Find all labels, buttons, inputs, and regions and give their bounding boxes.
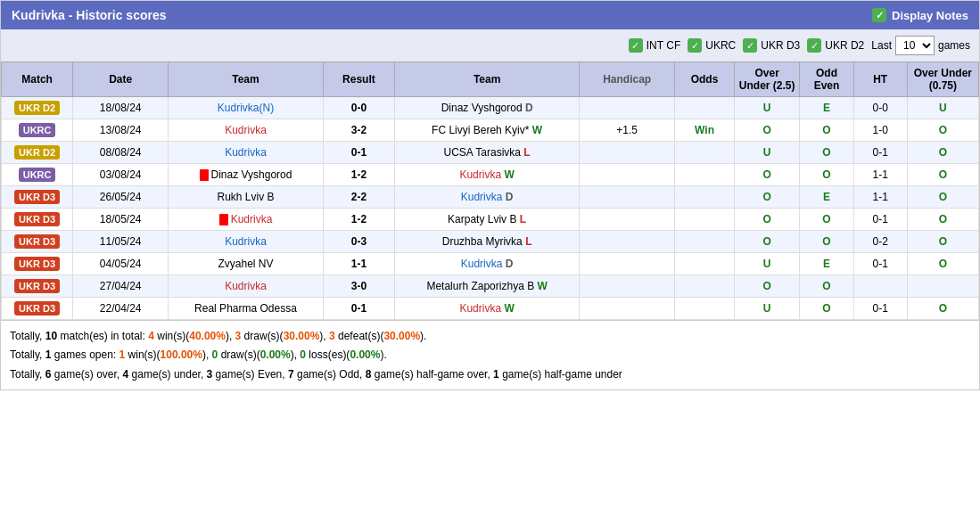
date-cell: 22/04/24: [73, 298, 169, 320]
ou075-cell: U: [907, 97, 978, 119]
ou25-cell: U: [734, 142, 800, 164]
table-row: UKR D322/04/24Real Pharma Odessa0-1Kudri…: [2, 298, 979, 320]
filter-ukrd3[interactable]: ✓ UKR D3: [743, 38, 800, 53]
odds-cell: [675, 298, 735, 320]
summary-line3: Totally, 6 game(s) over, 4 game(s) under…: [10, 365, 970, 383]
intcf-checkbox[interactable]: ✓: [629, 38, 643, 53]
date-cell: 04/05/24: [73, 253, 169, 275]
header-odds: Odds: [675, 62, 735, 97]
date-cell: 27/04/24: [73, 275, 169, 298]
ht-cell: 1-1: [853, 186, 907, 209]
date-cell: 26/05/24: [73, 186, 169, 209]
league-badge: UKR D3: [14, 212, 60, 226]
ht-cell: [853, 275, 907, 298]
table-row: UKR D326/05/24Rukh Lviv B2-2Kudrivka DOE…: [2, 186, 979, 209]
team1-cell: Rukh Lviv B: [169, 186, 324, 209]
handicap-cell: [580, 231, 675, 253]
games-select[interactable]: 10 5 15 20: [895, 36, 935, 55]
filter-ukrc[interactable]: ✓ UKRC: [688, 38, 736, 53]
league-cell: UKR D3: [2, 186, 73, 209]
header-oe: Odd Even: [800, 62, 853, 97]
odds-cell: Win: [675, 119, 735, 142]
league-badge: UKRC: [19, 123, 56, 137]
hg-over: 8: [366, 368, 372, 381]
defeats-pct: 30.00%: [383, 330, 420, 342]
table-row: UKRC03/08/24Dinaz Vyshgorod1-2Kudrivka W…: [2, 164, 979, 186]
team2-cell: Kudrivka W: [395, 298, 580, 320]
odds-cell: [675, 231, 735, 253]
open-wins: 1: [119, 348, 126, 361]
header-ou075: Over Under (0.75): [907, 62, 978, 97]
wins-pct: 40.00%: [189, 330, 226, 342]
ht-cell: 0-0: [853, 97, 907, 119]
result-cell: 3-2: [323, 119, 394, 142]
odds-cell: [675, 253, 735, 275]
result-cell: 1-1: [323, 253, 394, 275]
open-draws: 0: [212, 348, 218, 361]
date-cell: 03/08/24: [73, 164, 169, 186]
oe-cell: O: [800, 209, 853, 231]
title-bar: Kudrivka - Historic scores ✓ Display Not…: [1, 1, 979, 29]
team1-cell: Kudrivka: [169, 231, 324, 253]
handicap-cell: [580, 164, 675, 186]
filter-intcf[interactable]: ✓ INT CF: [629, 38, 680, 53]
game-even: 3: [207, 368, 213, 381]
ht-cell: 0-1: [853, 298, 907, 320]
league-cell: UKR D3: [2, 253, 73, 275]
team2-cell: Kudrivka D: [395, 253, 580, 275]
ou075-cell: O: [907, 164, 978, 186]
last-games-control: Last 10 5 15 20 games: [871, 36, 970, 55]
team2-cell: Metalurh Zaporizhya B W: [395, 275, 580, 298]
open-wins-pct: 100.00%: [161, 348, 202, 361]
filter-ukrd2[interactable]: ✓ UKR D2: [807, 38, 864, 53]
league-badge: UKR D3: [14, 279, 60, 293]
result-cell: 0-1: [323, 298, 394, 320]
game-odd: 7: [288, 368, 294, 381]
summary-line2: Totally, 1 games open: 1 win(s)(100.00%)…: [10, 346, 970, 364]
ou25-cell: O: [734, 275, 800, 298]
display-notes-checkbox[interactable]: ✓: [872, 8, 886, 22]
team1-cell: Kudrivka: [169, 275, 324, 298]
ht-cell: 0-1: [853, 142, 907, 164]
oe-cell: E: [800, 97, 853, 119]
handicap-cell: [580, 142, 675, 164]
odds-cell: [675, 97, 735, 119]
main-container: Kudrivka - Historic scores ✓ Display Not…: [0, 0, 980, 390]
ukrc-checkbox[interactable]: ✓: [688, 38, 702, 53]
league-badge: UKR D3: [14, 257, 60, 271]
league-cell: UKR D2: [2, 142, 73, 164]
oe-cell: E: [800, 186, 853, 209]
handicap-cell: [580, 97, 675, 119]
total-matches: 10: [45, 330, 57, 342]
ukrd3-checkbox[interactable]: ✓: [743, 38, 757, 53]
ukrd2-checkbox[interactable]: ✓: [807, 38, 821, 53]
oe-cell: O: [800, 119, 853, 142]
result-cell: 0-3: [323, 231, 394, 253]
ou075-cell: O: [907, 142, 978, 164]
team1-cell: Zvyahel NV: [169, 253, 324, 275]
ou25-cell: O: [734, 164, 800, 186]
result-cell: 1-2: [323, 209, 394, 231]
intcf-label: INT CF: [646, 39, 680, 52]
open-losses: 0: [300, 348, 306, 361]
ou25-cell: O: [734, 231, 800, 253]
handicap-cell: [580, 275, 675, 298]
game-under: 4: [123, 368, 129, 381]
league-badge: UKR D3: [14, 234, 60, 249]
red-card-icon: [219, 214, 228, 225]
oe-cell: O: [800, 142, 853, 164]
odds-cell: [675, 164, 735, 186]
ou075-cell: O: [907, 186, 978, 209]
odds-cell: [675, 209, 735, 231]
table-row: UKR D218/08/24Kudrivka(N)0-0Dinaz Vyshgo…: [2, 97, 979, 119]
oe-cell: E: [800, 253, 853, 275]
league-cell: UKR D3: [2, 275, 73, 298]
display-notes-toggle[interactable]: ✓ Display Notes: [872, 8, 968, 22]
red-card-icon: [200, 169, 209, 181]
handicap-cell: [580, 186, 675, 209]
handicap-cell: [580, 298, 675, 320]
ukrd2-label: UKR D2: [825, 39, 864, 52]
header-result: Result: [323, 62, 394, 97]
ou075-cell: O: [907, 209, 978, 231]
ukrd3-label: UKR D3: [761, 39, 800, 52]
